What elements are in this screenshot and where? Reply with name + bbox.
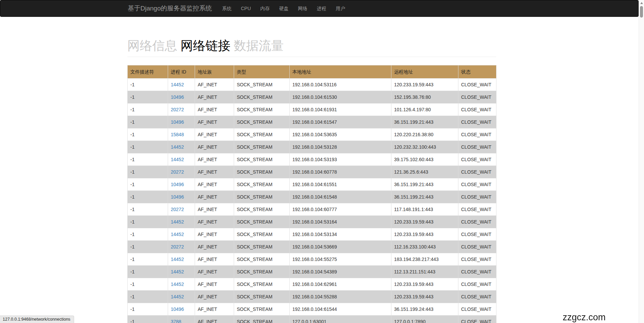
page-tab[interactable]: 数据流量: [234, 39, 284, 53]
table-row: -114452AF_INETSOCK_STREAM192.168.0.104:5…: [128, 253, 496, 266]
table-cell: AF_INET: [195, 291, 234, 303]
table-cell: SOCK_STREAM: [234, 79, 290, 91]
table-row: -114452AF_INETSOCK_STREAM192.168.0.104:6…: [128, 278, 496, 291]
table-cell: 20272: [168, 203, 195, 216]
table-row: -114452AF_INETSOCK_STREAM192.168.0.104:5…: [128, 141, 496, 153]
table-cell: 120.233.19.59:443: [391, 228, 458, 241]
pid-link[interactable]: 14452: [171, 294, 184, 299]
pid-link[interactable]: 20272: [171, 244, 184, 249]
table-cell: CLOSE_WAIT: [458, 241, 496, 253]
navbar-link[interactable]: 网络: [293, 0, 312, 17]
table-cell: 192.168.0.104:53669: [290, 241, 391, 253]
pid-link[interactable]: 14452: [171, 282, 184, 287]
table-cell: SOCK_STREAM: [234, 303, 290, 316]
table-body: -114452AF_INETSOCK_STREAM192.168.0.104:5…: [128, 79, 496, 323]
table-cell: AF_INET: [195, 116, 234, 128]
pid-link[interactable]: 10496: [171, 119, 184, 125]
table-cell: AF_INET: [195, 216, 234, 228]
table-cell: AF_INET: [195, 166, 234, 178]
table-cell: AF_INET: [195, 203, 234, 216]
navbar-link[interactable]: CPU: [236, 0, 256, 17]
table-cell: CLOSE_WAIT: [458, 291, 496, 303]
table-cell: -1: [128, 228, 168, 241]
connections-table: 文件描述符进程 ID地址族类型本地地址远程地址状态 -114452AF_INET…: [127, 65, 496, 323]
pid-link[interactable]: 3788: [171, 319, 181, 323]
pid-link[interactable]: 14452: [171, 269, 184, 274]
table-cell: 14452: [168, 141, 195, 153]
table-cell: SOCK_STREAM: [234, 266, 290, 278]
column-header: 进程 ID: [168, 65, 195, 79]
pid-link[interactable]: 14452: [171, 232, 184, 237]
pid-link[interactable]: 14452: [171, 157, 184, 162]
table-cell: AF_INET: [195, 241, 234, 253]
table-cell: CLOSE_WAIT: [458, 153, 496, 166]
table-cell: SOCK_STREAM: [234, 203, 290, 216]
table-cell: AF_INET: [195, 128, 234, 141]
page-tab[interactable]: 网络链接: [181, 39, 230, 53]
navbar-link[interactable]: 硬盘: [275, 0, 293, 17]
pid-link[interactable]: 10496: [171, 182, 184, 187]
table-cell: AF_INET: [195, 178, 234, 191]
scrollbar-thumb[interactable]: [640, 6, 643, 18]
table-cell: SOCK_STREAM: [234, 291, 290, 303]
table-cell: 192.168.0.104:60778: [290, 166, 391, 178]
navbar-item: 用户: [331, 0, 350, 17]
column-header: 地址族: [195, 65, 234, 79]
table-row: -115848AF_INETSOCK_STREAM192.168.0.104:5…: [128, 128, 496, 141]
navbar-link[interactable]: 系统: [217, 0, 236, 17]
table-cell: 127.0.0.1:7890: [391, 316, 458, 323]
table-cell: 14452: [168, 291, 195, 303]
table-cell: 192.168.0.104:53128: [290, 141, 391, 153]
table-cell: 121.36.25.6:443: [391, 166, 458, 178]
table-cell: CLOSE_WAIT: [458, 228, 496, 241]
pid-link[interactable]: 10496: [171, 94, 184, 100]
table-cell: -1: [128, 141, 168, 153]
pid-link[interactable]: 20272: [171, 207, 184, 212]
pid-link[interactable]: 10496: [171, 306, 184, 312]
table-cell: 36.151.199.24:443: [391, 303, 458, 316]
table-cell: AF_INET: [195, 91, 234, 104]
page-tab[interactable]: 网络信息: [127, 39, 177, 53]
pid-link[interactable]: 14452: [171, 219, 184, 225]
pid-link[interactable]: 20272: [171, 107, 184, 112]
table-row: -114452AF_INETSOCK_STREAM192.168.0.104:5…: [128, 266, 496, 278]
table-cell: 120.233.19.59:443: [391, 79, 458, 91]
table-cell: SOCK_STREAM: [234, 278, 290, 291]
table-cell: CLOSE_WAIT: [458, 141, 496, 153]
column-header: 类型: [234, 65, 290, 79]
table-cell: -1: [128, 116, 168, 128]
table-row: -120272AF_INETSOCK_STREAM192.168.0.104:6…: [128, 166, 496, 178]
top-navbar: 基于Django的服务器监控系统 系统CPU内存硬盘网络进程用户: [0, 0, 639, 17]
pid-link[interactable]: 15848: [171, 132, 184, 137]
table-cell: -1: [128, 79, 168, 91]
table-cell: -1: [128, 316, 168, 323]
pid-link[interactable]: 10496: [171, 194, 184, 200]
table-cell: 39.175.102.60:443: [391, 153, 458, 166]
page-title: 网络信息网络链接数据流量: [127, 39, 496, 57]
table-cell: 192.168.0.104:53116: [290, 79, 391, 91]
navbar-link[interactable]: 进程: [312, 0, 331, 17]
pid-link[interactable]: 14452: [171, 257, 184, 262]
navbar-link[interactable]: 用户: [331, 0, 350, 17]
table-cell: -1: [128, 191, 168, 203]
table-cell: SOCK_STREAM: [234, 253, 290, 266]
table-cell: SOCK_STREAM: [234, 166, 290, 178]
table-cell: 120.220.216.38:80: [391, 128, 458, 141]
pid-link[interactable]: 20272: [171, 169, 184, 175]
table-cell: AF_INET: [195, 266, 234, 278]
pid-link[interactable]: 14452: [171, 144, 184, 150]
table-cell: -1: [128, 216, 168, 228]
table-cell: CLOSE_WAIT: [458, 166, 496, 178]
table-cell: 36.151.199.21:443: [391, 191, 458, 203]
pid-link[interactable]: 14452: [171, 82, 184, 87]
scroll-up-arrow-icon[interactable]: [640, 2, 643, 4]
table-cell: CLOSE_WAIT: [458, 203, 496, 216]
navbar-brand[interactable]: 基于Django的服务器监控系统: [128, 4, 212, 13]
table-cell: SOCK_STREAM: [234, 116, 290, 128]
vertical-scrollbar[interactable]: [639, 0, 644, 323]
navbar-link[interactable]: 内存: [256, 0, 275, 17]
table-cell: 192.168.0.104:53164: [290, 216, 391, 228]
table-cell: 15848: [168, 128, 195, 141]
table-cell: SOCK_STREAM: [234, 141, 290, 153]
table-cell: 192.168.0.104:54389: [290, 266, 391, 278]
